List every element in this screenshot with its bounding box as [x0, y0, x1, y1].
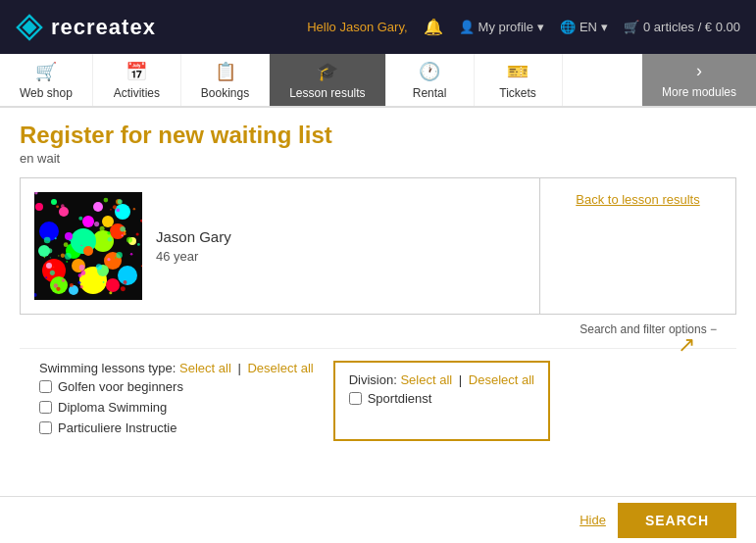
activities-icon: 📅 — [126, 61, 147, 82]
profile-menu[interactable]: 👤 My profile ▾ — [459, 20, 544, 34]
particuliere-label: Particuliere Instructie — [58, 420, 176, 435]
pipe-separator: | — [237, 361, 240, 375]
page-title: Register for new waiting list — [20, 122, 736, 149]
logo-text: recreatex — [51, 15, 156, 40]
division-label: Division: — [349, 372, 397, 387]
filter-toggle[interactable]: Search and filter options − ↗ — [20, 315, 736, 340]
language-menu[interactable]: 🌐 EN ▾ — [560, 20, 608, 34]
profile-age: 46 year — [156, 249, 231, 264]
nav-tabs: 🛒 Web shop 📅 Activities 📋 Bookings 🎓 Les… — [0, 54, 756, 108]
tickets-icon: 🎫 — [507, 61, 529, 82]
filter-item-sportdienst[interactable]: Sportdienst — [349, 391, 534, 406]
sportdienst-checkbox[interactable] — [349, 392, 362, 405]
division-select-all-link[interactable]: Select all — [400, 372, 452, 387]
logo[interactable]: recreatex — [16, 14, 156, 41]
filter-item-diploma[interactable]: Diploma Swimming — [39, 400, 314, 415]
language-label: EN — [580, 20, 597, 34]
chevron-down-icon: ▾ — [601, 20, 608, 34]
tab-tickets[interactable]: 🎫 Tickets — [475, 54, 563, 106]
division-deselect-all-link[interactable]: Deselect all — [469, 372, 534, 387]
header: recreatex Hello Jason Gary, 🔔 👤 My profi… — [0, 0, 756, 54]
tab-lesson-results[interactable]: 🎓 Lesson results — [270, 54, 385, 106]
tab-more-modules[interactable]: › More modules — [642, 54, 756, 106]
particuliere-checkbox[interactable] — [39, 421, 52, 434]
profile-image — [34, 192, 142, 300]
content-area: Register for new waiting list en wait Ja… — [0, 108, 756, 463]
back-to-lesson-results-link[interactable]: Back to lesson results — [576, 192, 699, 207]
tab-webshop[interactable]: 🛒 Web shop — [0, 54, 93, 106]
profile-name: Jason Gary — [156, 228, 231, 245]
swimming-select-all-link[interactable]: Select all — [179, 361, 231, 375]
sportdienst-label: Sportdienst — [368, 391, 432, 406]
tab-rental[interactable]: 🕐 Rental — [386, 54, 475, 106]
profile-label: My profile — [479, 20, 533, 34]
globe-icon: 🌐 — [560, 20, 576, 34]
tab-activities-label: Activities — [114, 86, 160, 100]
filter-item-golfen[interactable]: Golfen voor beginners — [39, 379, 314, 394]
svg-marker-1 — [23, 20, 37, 34]
webshop-icon: 🛒 — [35, 61, 57, 82]
cart-label: 0 articles / € 0.00 — [643, 20, 740, 34]
cart-icon: 🛒 — [624, 20, 639, 34]
hide-link[interactable]: Hide — [580, 513, 606, 527]
diploma-checkbox[interactable] — [39, 401, 52, 414]
tab-lesson-label: Lesson results — [289, 86, 365, 100]
bottom-bar: Hide SEARCH — [0, 496, 756, 543]
profile-right: Back to lesson results — [539, 178, 735, 314]
golfen-checkbox[interactable] — [39, 380, 52, 393]
user-icon: 👤 — [459, 20, 475, 34]
filter-toggle-label[interactable]: Search and filter options − — [580, 322, 717, 336]
search-button[interactable]: SEARCH — [618, 503, 736, 538]
notification-icon[interactable]: 🔔 — [424, 18, 443, 36]
rental-icon: 🕐 — [419, 61, 440, 82]
profile-info: Jason Gary 46 year — [156, 222, 231, 270]
page-subtitle: en wait — [20, 151, 736, 166]
swimming-type-label: Swimming lessons type: — [39, 361, 176, 375]
swimming-filter-section: Swimming lessons type: Select all | Dese… — [39, 361, 333, 441]
pipe-separator2: | — [459, 372, 462, 387]
tab-bookings-label: Bookings — [201, 86, 249, 100]
more-modules-label: More modules — [662, 85, 736, 99]
tab-tickets-label: Tickets — [499, 86, 536, 100]
filter-item-particuliere[interactable]: Particuliere Instructie — [39, 420, 314, 435]
tab-rental-label: Rental — [413, 86, 447, 100]
tab-webshop-label: Web shop — [20, 86, 73, 100]
swimming-label: Swimming lessons type: Select all | Dese… — [39, 361, 314, 375]
tab-activities[interactable]: 📅 Activities — [93, 54, 181, 106]
profile-left: Jason Gary 46 year — [21, 178, 539, 314]
profile-card: Jason Gary 46 year Back to lesson result… — [20, 177, 736, 315]
division-filter-section: Division: Select all | Deselect all Spor… — [333, 361, 550, 441]
bookings-icon: 📋 — [215, 61, 236, 82]
swimming-deselect-all-link[interactable]: Deselect all — [247, 361, 313, 375]
arrow-icon: ↗ — [678, 332, 695, 358]
chevron-down-icon: ▾ — [537, 20, 544, 34]
logo-icon — [16, 14, 43, 41]
header-right: Hello Jason Gary, 🔔 👤 My profile ▾ 🌐 EN … — [307, 18, 740, 36]
tab-bookings[interactable]: 📋 Bookings — [181, 54, 270, 106]
diploma-label: Diploma Swimming — [58, 400, 167, 415]
filter-area: Swimming lessons type: Select all | Dese… — [20, 348, 736, 449]
lesson-icon: 🎓 — [317, 61, 338, 82]
division-label-row: Division: Select all | Deselect all — [349, 372, 534, 387]
greeting-text: Hello Jason Gary, — [307, 20, 407, 34]
chevron-right-icon: › — [696, 61, 702, 81]
cart-info[interactable]: 🛒 0 articles / € 0.00 — [624, 20, 740, 34]
golfen-label: Golfen voor beginners — [58, 379, 183, 394]
